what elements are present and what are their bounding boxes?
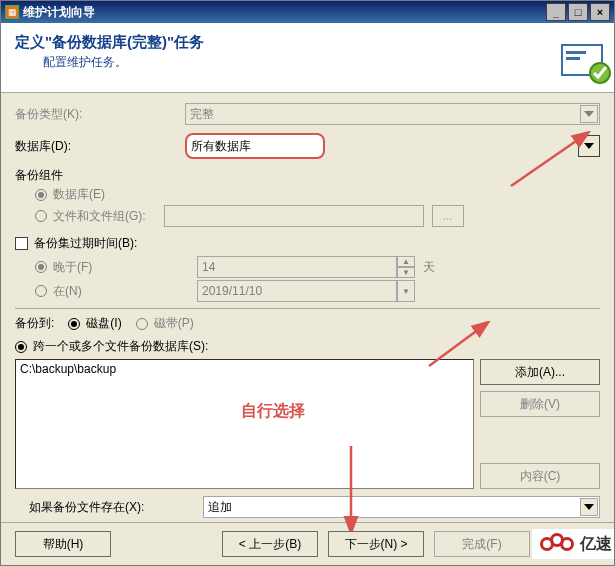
- remove-button: 删除(V): [480, 391, 600, 417]
- wizard-header: 定义"备份数据库(完整)"任务 配置维护任务。: [1, 23, 614, 93]
- radio-database-label: 数据库(E): [53, 186, 105, 203]
- database-highlight: 所有数据库: [185, 133, 325, 159]
- radio-after-label: 晚于(F): [53, 259, 193, 276]
- spinner-buttons: ▲▼: [397, 256, 415, 278]
- component-group-label: 备份组件: [15, 167, 600, 184]
- backup-type-label: 备份类型(K):: [15, 106, 185, 123]
- logo-text: 亿速: [580, 534, 612, 555]
- minimize-button[interactable]: _: [546, 3, 566, 21]
- radio-multi-files[interactable]: [15, 341, 27, 353]
- database-value: 所有数据库: [191, 138, 251, 155]
- radio-on-label: 在(N): [53, 283, 193, 300]
- filegroup-input: [164, 205, 424, 227]
- backup-to-label: 备份到:: [15, 315, 54, 332]
- radio-database: [35, 189, 47, 201]
- header-icon: [556, 39, 612, 87]
- radio-after: [35, 261, 47, 273]
- back-button[interactable]: < 上一步(B): [222, 531, 318, 557]
- database-label: 数据库(D):: [15, 138, 185, 155]
- expire-checkbox[interactable]: [15, 237, 28, 250]
- titlebar: ▦ 维护计划向导 _ □ ×: [1, 1, 614, 23]
- backup-type-combo: 完整: [185, 103, 600, 125]
- next-button[interactable]: 下一步(N) >: [328, 531, 424, 557]
- list-item[interactable]: C:\backup\backup: [20, 362, 469, 376]
- app-icon: ▦: [5, 5, 19, 19]
- radio-disk-label: 磁盘(I): [86, 315, 121, 332]
- wizard-window: ▦ 维护计划向导 _ □ × 定义"备份数据库(完整)"任务 配置维护任务。 备…: [0, 0, 615, 566]
- page-subtitle: 配置维护任务。: [43, 54, 600, 71]
- radio-on: [35, 285, 47, 297]
- days-unit: 天: [423, 259, 435, 276]
- if-exists-combo[interactable]: 追加: [203, 496, 600, 518]
- after-days-input: [197, 256, 397, 278]
- close-button[interactable]: ×: [590, 3, 610, 21]
- form-area: 备份类型(K): 完整 数据库(D): 所有数据库 备份组件 数据库(E) 文件: [1, 93, 614, 492]
- add-button[interactable]: 添加(A)...: [480, 359, 600, 385]
- if-exists-label: 如果备份文件存在(X):: [29, 499, 199, 516]
- window-title: 维护计划向导: [23, 4, 546, 21]
- filegroup-browse-button: ...: [432, 205, 464, 227]
- svg-rect-2: [566, 51, 586, 54]
- backup-type-value: 完整: [190, 106, 214, 123]
- radio-filegroup: [35, 210, 47, 222]
- annotation-text: 自行选择: [241, 401, 305, 422]
- content-button: 内容(C): [480, 463, 600, 489]
- radio-disk[interactable]: [68, 318, 80, 330]
- on-date-input: [197, 280, 397, 302]
- radio-filegroup-label: 文件和文件组(G):: [53, 208, 146, 225]
- database-dropdown-button[interactable]: [578, 135, 600, 157]
- help-button[interactable]: 帮助(H): [15, 531, 111, 557]
- expire-label: 备份集过期时间(B):: [34, 235, 137, 252]
- maximize-button[interactable]: □: [568, 3, 588, 21]
- chevron-down-icon[interactable]: [580, 498, 598, 516]
- svg-rect-3: [566, 57, 580, 60]
- radio-tape: [136, 318, 148, 330]
- radio-tape-label: 磁带(P): [154, 315, 194, 332]
- radio-multi-label: 跨一个或多个文件备份数据库(S):: [33, 338, 208, 355]
- wizard-footer: 帮助(H) < 上一步(B) 下一步(N) > 完成(F) 取消: [1, 522, 614, 565]
- page-title: 定义"备份数据库(完整)"任务: [15, 33, 600, 52]
- date-dropdown-icon: ▼: [397, 280, 415, 302]
- watermark-logo: 亿速: [532, 529, 614, 559]
- backup-path-listbox[interactable]: C:\backup\backup: [15, 359, 474, 489]
- chevron-down-icon: [580, 105, 598, 123]
- if-exists-value: 追加: [208, 499, 232, 516]
- divider: [15, 308, 600, 309]
- finish-button: 完成(F): [434, 531, 530, 557]
